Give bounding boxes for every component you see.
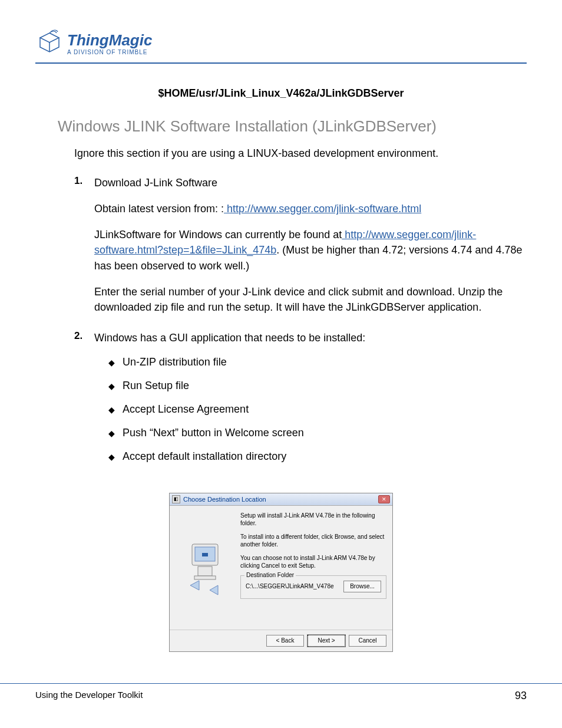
bullet-text: Un-ZIP distribution file bbox=[123, 356, 227, 369]
dialog-illustration bbox=[176, 512, 234, 624]
bullet-text: Accept default installation directory bbox=[123, 450, 286, 463]
step-number: 2. bbox=[74, 330, 94, 475]
bullet-icon: ◆ bbox=[108, 427, 123, 440]
cancel-button[interactable]: Cancel bbox=[349, 635, 386, 647]
page-header: ThingMagic A DIVISION OF TRIMBLE bbox=[35, 29, 527, 64]
logo: ThingMagic A DIVISION OF TRIMBLE bbox=[35, 29, 152, 58]
bullet-icon: ◆ bbox=[108, 450, 123, 463]
list-item: 2. Windows has a GUI application that ne… bbox=[74, 330, 527, 475]
step-title: Windows has a GUI application that needs… bbox=[94, 330, 527, 345]
titlebar: ◧ Choose Destination Location ✕ bbox=[170, 493, 392, 506]
intro-text: Ignore this section if you are using a L… bbox=[74, 146, 527, 161]
installer-dialog: ◧ Choose Destination Location ✕ bbox=[169, 493, 393, 652]
dialog-text: Setup will install J-Link ARM V4.78e in … bbox=[240, 512, 386, 527]
body-text: Obtain latest version from: : http://www… bbox=[94, 201, 527, 216]
browse-button[interactable]: Browse... bbox=[343, 581, 381, 592]
bullet-item: ◆Push “Next” button in Welcome screen bbox=[108, 427, 527, 440]
svg-marker-0 bbox=[40, 33, 59, 42]
bullet-text: Push “Next” button in Welcome screen bbox=[123, 427, 304, 440]
svg-rect-4 bbox=[202, 553, 208, 556]
svg-rect-6 bbox=[194, 576, 216, 579]
footer-left: Using the Developer Toolkit bbox=[35, 690, 143, 702]
list-item: 1. Download J-Link Software Obtain lates… bbox=[74, 175, 527, 325]
bullet-item: ◆Accept License Agreement bbox=[108, 403, 527, 416]
destination-folder-group: Destination Folder C:\...\SEGGER\JLinkAR… bbox=[240, 575, 386, 599]
group-label: Destination Folder bbox=[244, 572, 296, 578]
text-run: JLinkSoftware for Windows can currently … bbox=[94, 229, 342, 241]
logo-sub-text: A DIVISION OF TRIMBLE bbox=[67, 49, 152, 55]
back-button[interactable]: < Back bbox=[266, 635, 304, 647]
bullet-item: ◆Accept default installation directory bbox=[108, 450, 527, 463]
close-icon[interactable]: ✕ bbox=[378, 495, 390, 503]
body-text: Enter the serial number of your J-Link d… bbox=[94, 284, 527, 315]
section-title: Windows JLINK Software Installation (JLi… bbox=[58, 117, 527, 136]
text-run: Obtain latest version from: : bbox=[94, 203, 224, 215]
link[interactable]: http://www.segger.com/jlink-software.htm… bbox=[224, 203, 421, 215]
svg-marker-8 bbox=[210, 585, 218, 595]
dialog-text: You can choose not to install J-Link ARM… bbox=[240, 554, 386, 569]
bullet-text: Run Setup file bbox=[123, 380, 189, 393]
svg-marker-7 bbox=[190, 581, 199, 590]
dialog-text: To install into a different folder, clic… bbox=[240, 533, 386, 548]
svg-rect-5 bbox=[198, 566, 212, 576]
page-number: 93 bbox=[515, 690, 527, 702]
app-icon: ◧ bbox=[172, 495, 180, 503]
bullet-item: ◆Run Setup file bbox=[108, 380, 527, 393]
code-path: $HOME/usr/JLink_Linux_V462a/JLinkGDBServ… bbox=[35, 87, 527, 100]
bullet-item: ◆Un-ZIP distribution file bbox=[108, 356, 527, 369]
logo-main-text: ThingMagic bbox=[67, 32, 152, 48]
page-footer: Using the Developer Toolkit 93 bbox=[0, 683, 562, 702]
destination-path: C:\...\SEGGER\JLinkARM_V478e bbox=[246, 583, 334, 589]
bullet-icon: ◆ bbox=[108, 403, 123, 416]
bullet-text: Accept License Agreement bbox=[123, 403, 249, 416]
body-text: JLinkSoftware for Windows can currently … bbox=[94, 227, 527, 273]
bullet-icon: ◆ bbox=[108, 380, 123, 393]
next-button[interactable]: Next > bbox=[308, 635, 345, 647]
step-number: 1. bbox=[74, 175, 94, 325]
bullet-icon: ◆ bbox=[108, 356, 123, 369]
dialog-title: Choose Destination Location bbox=[183, 496, 378, 503]
logo-icon bbox=[35, 29, 64, 58]
step-title: Download J-Link Software bbox=[94, 175, 527, 190]
